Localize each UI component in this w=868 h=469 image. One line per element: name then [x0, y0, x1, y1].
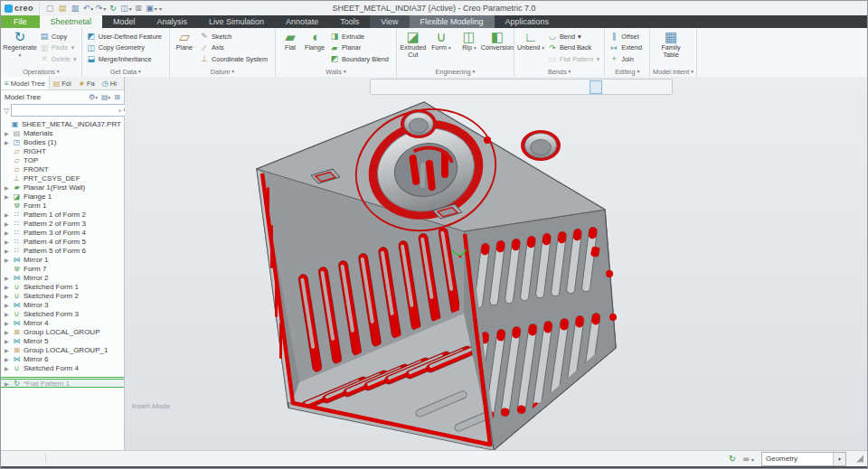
panel-tab-favorites[interactable]: ★Fa: [75, 77, 99, 89]
tree-item-form-1[interactable]: ⋓ Form 1: [1, 201, 124, 210]
datum-axis-display-icon[interactable]: [549, 80, 561, 94]
qat-customize-icon[interactable]: ▾: [159, 5, 162, 12]
expand-arrow-icon[interactable]: ▶: [5, 130, 10, 136]
simulate-icon[interactable]: [630, 80, 643, 94]
spin-center-icon[interactable]: [590, 80, 602, 94]
bend-back-button[interactable]: ↷Bend Back: [546, 42, 601, 54]
appearance-icon[interactable]: [508, 80, 521, 94]
web-browser-icon[interactable]: [17, 453, 30, 464]
panel-tab-model-tree[interactable]: ≡Model Tree: [1, 77, 50, 89]
group-label-walls[interactable]: Walls▾: [278, 66, 393, 77]
tab-flexible-modeling[interactable]: Flexible Modeling: [410, 15, 495, 28]
expand-arrow-icon[interactable]: ▶: [5, 193, 10, 200]
datum-plane-display-icon[interactable]: [535, 80, 548, 94]
group-label-editing[interactable]: Editing▾: [608, 66, 646, 77]
expand-arrow-icon[interactable]: ▶: [5, 184, 10, 191]
tree-item-group-local-group-1[interactable]: ▶ ⊞ Group LOCAL_GROUP_1: [1, 345, 124, 354]
group-label-bends[interactable]: Bends▾: [517, 66, 601, 77]
expand-arrow-icon[interactable]: ▶: [5, 356, 10, 362]
flat-pattern-button[interactable]: ▭Flat Pattern▾: [546, 53, 601, 65]
tree-item-mirror-6[interactable]: ▶ ⋈ Mirror 6: [1, 354, 124, 363]
3d-model-sheet-metal-part[interactable]: [125, 77, 867, 450]
tree-item-mirror-1[interactable]: ▶ ⋈ Mirror 1: [1, 255, 124, 264]
open-file-button[interactable]: ▤: [57, 3, 69, 14]
selection-filter-dropdown[interactable]: Geometry ▾: [761, 452, 846, 466]
capture-icon[interactable]: [481, 80, 494, 94]
hidden-items-icon[interactable]: [30, 453, 42, 464]
form-button[interactable]: ∪Form ▾: [428, 29, 455, 66]
redo-button[interactable]: ↷▾: [95, 3, 107, 14]
refit-icon[interactable]: [373, 80, 385, 94]
tree-item-prt-csys-def[interactable]: ⊥ PRT_CSYS_DEF: [1, 174, 124, 183]
new-file-button[interactable]: ▢: [44, 3, 56, 14]
zoom-out-icon[interactable]: [400, 80, 412, 94]
shading-icon[interactable]: [427, 80, 439, 94]
tree-item-flat-pattern-1[interactable]: ▶ ↻ *Flat Pattern 1: [1, 379, 124, 388]
show-columns-icon[interactable]: ⊞: [114, 93, 120, 101]
close-window-button[interactable]: ⊠: [133, 3, 145, 14]
expand-arrow-icon[interactable]: ▶: [5, 275, 10, 281]
group-label-operations[interactable]: Operations▾: [4, 66, 79, 77]
tree-item-mirror-5[interactable]: ▶ ⋈ Mirror 5: [1, 336, 124, 345]
tab-file[interactable]: File: [1, 15, 40, 28]
pause-icon[interactable]: [644, 80, 656, 94]
find-icon[interactable]: ∞ ▾: [743, 455, 754, 464]
axis-button[interactable]: ⁄Axis: [198, 42, 272, 54]
tree-item-root[interactable]: ▣ SHEET_METAL_INDIA37.PRT: [1, 119, 124, 128]
rip-button[interactable]: ◫Rip ▾: [456, 29, 483, 66]
perspective-icon[interactable]: [495, 80, 507, 94]
group-label-model-intent[interactable]: Model Intent▾: [653, 66, 693, 77]
tree-search-input[interactable]: [14, 106, 117, 116]
repaint-icon[interactable]: [413, 80, 426, 94]
tab-analysis[interactable]: Analysis: [146, 15, 199, 28]
tree-item-top[interactable]: ▱ TOP: [1, 155, 124, 164]
windows-button[interactable]: ▣▾: [146, 3, 157, 14]
tree-item-sketched-form-4[interactable]: ▶ ∪ Sketched Form 4: [1, 363, 124, 372]
panel-tab-history[interactable]: ◷Hi: [99, 77, 120, 89]
display-style-icon[interactable]: [440, 80, 453, 94]
tree-item-sketched-form-1[interactable]: ▶ ∪ Sketched Form 1: [1, 282, 124, 291]
tree-settings-icon[interactable]: ▤▾: [101, 93, 110, 101]
tree-item-pattern-1[interactable]: ▶ ∷ Pattern 1 of Form 2: [1, 210, 124, 219]
flange-button[interactable]: ◖Flange: [303, 29, 326, 66]
tab-tools[interactable]: Tools: [329, 15, 370, 28]
expand-arrow-icon[interactable]: ▶: [5, 139, 10, 145]
expand-arrow-icon[interactable]: ▶: [5, 257, 10, 263]
boundary-blend-button[interactable]: ◩Boundary Blend: [328, 53, 393, 65]
expand-arrow-icon[interactable]: ▶: [5, 380, 10, 387]
dragger-icon[interactable]: [617, 80, 629, 94]
view-manager-icon[interactable]: [467, 80, 480, 94]
flat-button[interactable]: ▰Flat: [278, 29, 302, 66]
section-icon[interactable]: [522, 80, 534, 94]
datum-csys-display-icon[interactable]: [576, 80, 589, 94]
expand-arrow-icon[interactable]: ▶: [5, 365, 10, 371]
tab-view[interactable]: View: [370, 15, 409, 28]
filter-funnel-icon[interactable]: ▽: [4, 107, 9, 115]
join-button[interactable]: +Join: [608, 53, 646, 65]
bend-button[interactable]: ◡Bend▾: [546, 31, 601, 42]
graphics-area[interactable]: Insert Mode: [125, 77, 867, 450]
expand-arrow-icon[interactable]: ▶: [5, 230, 10, 236]
copy-geometry-button[interactable]: ◫Copy Geometry: [85, 42, 166, 54]
expand-arrow-icon[interactable]: ▶: [5, 284, 10, 290]
regenerate-button[interactable]: ↻Regenerate ▾: [4, 29, 36, 66]
tree-item-pattern-5[interactable]: ▶ ∷ Pattern 5 of Form 6: [1, 246, 124, 255]
tree-item-pattern-4[interactable]: ▶ ∷ Pattern 4 of Form 5: [1, 237, 124, 246]
panel-tab-folder-browser[interactable]: ▤Fol: [50, 77, 75, 89]
planar-button[interactable]: ▰Planar: [328, 42, 393, 54]
expand-arrow-icon[interactable]: ▶: [5, 248, 10, 254]
expand-arrow-icon[interactable]: ▶: [5, 211, 10, 218]
tree-item-pattern-3[interactable]: ▶ ∷ Pattern 3 of Form 4: [1, 228, 124, 237]
coordinate-system-button[interactable]: ⊥Coordinate System: [198, 53, 272, 65]
close-button[interactable]: [848, 3, 863, 14]
maximize-button[interactable]: [831, 3, 846, 14]
tree-item-mirror-3[interactable]: ▶ ⋈ Mirror 3: [1, 300, 124, 309]
exit-icon[interactable]: [657, 80, 670, 94]
expand-arrow-icon[interactable]: ▶: [5, 220, 10, 227]
tab-sheetmetal[interactable]: Sheetmetal: [40, 15, 103, 28]
tree-item-sketched-form-2[interactable]: ▶ ∪ Sketched Form 2: [1, 291, 124, 300]
expand-arrow-icon[interactable]: ▶: [5, 311, 10, 317]
paste-button[interactable]: ▥Paste▾: [38, 42, 79, 54]
toggle-model-tree-icon[interactable]: [5, 453, 17, 464]
minimize-button[interactable]: [814, 3, 829, 14]
